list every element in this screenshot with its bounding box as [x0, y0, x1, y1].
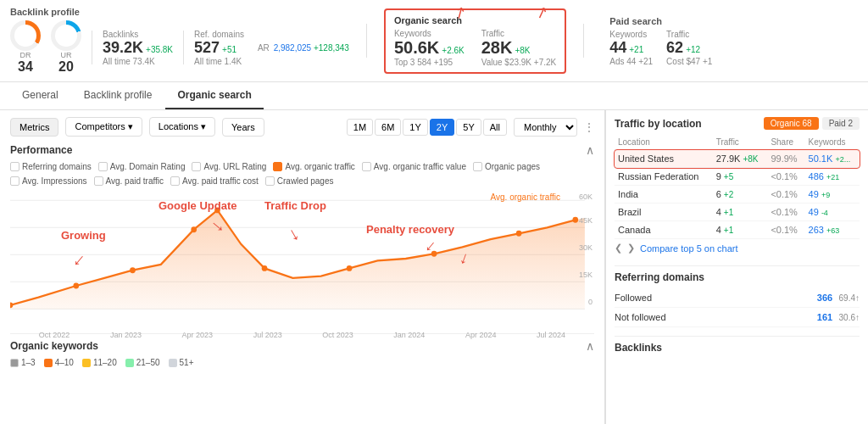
traffic-location-title: Traffic by location	[615, 118, 702, 130]
tl-tab-organic[interactable]: Organic 68	[764, 117, 819, 130]
kw-val: 49 -4	[805, 204, 860, 221]
kw-filter-1-3[interactable]: 1–3	[10, 358, 36, 367]
checkboxes-row1: Referring domains Avg. Domain Rating Avg…	[10, 162, 594, 171]
next-page-btn[interactable]: ❯	[627, 243, 635, 254]
share-val: <0.1%	[767, 186, 804, 204]
backlinks-change: +35.8K	[146, 45, 173, 54]
right-panel: Traffic by location Organic 68 Paid 2 Lo…	[605, 110, 868, 424]
cb-organic-pages[interactable]: Organic pages	[473, 162, 540, 171]
years-btn[interactable]: Years	[222, 118, 264, 137]
kw-dot-11-20	[82, 359, 91, 367]
cb-organic-traffic-box[interactable]	[273, 162, 282, 171]
dr-inner	[14, 25, 36, 47]
time-1y[interactable]: 1Y	[403, 119, 427, 136]
cb-paid-traffic[interactable]: Avg. paid traffic	[94, 176, 164, 186]
cb-organic-traffic-value[interactable]: Avg. organic traffic value	[362, 162, 466, 171]
kw-val: 486 +21	[805, 168, 860, 186]
organic-keywords-metric: Keywords 50.6K +2.6K Top 3 584 +195	[394, 29, 465, 67]
toolbar: Metrics Competitors ▾ Locations ▾ Years …	[10, 117, 594, 137]
location-table-row[interactable]: Russian Federation 9 +5 <0.1% 486 +21	[615, 168, 860, 186]
time-6m[interactable]: 6M	[375, 119, 401, 136]
competitors-btn[interactable]: Competitors ▾	[65, 117, 142, 137]
referring-domains-title: Referring domains	[615, 271, 860, 283]
country-name: India	[615, 186, 713, 204]
share-val: <0.1%	[767, 168, 804, 186]
backlinks-metric: Backlinks 39.2K +35.8K All time 73.4K	[103, 30, 173, 66]
kw-dot-51plus	[169, 359, 177, 367]
cb-organic-traffic-value-box[interactable]	[362, 162, 371, 171]
cb-impressions-box[interactable]	[10, 176, 19, 186]
metrics-btn[interactable]: Metrics	[10, 118, 58, 137]
country-name: Russian Federation	[615, 168, 713, 186]
location-table-row[interactable]: United States 27.9K +8K 99.9% 50.1K +2..…	[615, 150, 860, 168]
kw-filter-21-50[interactable]: 21–50	[125, 358, 160, 367]
time-1m[interactable]: 1M	[347, 119, 373, 136]
chart-point	[572, 217, 578, 223]
chart-area-fill	[10, 210, 585, 310]
dr-circle	[10, 20, 41, 51]
prev-page-btn[interactable]: ❮	[615, 243, 622, 254]
country-name: United States	[615, 150, 713, 168]
organic-keywords-collapse[interactable]: ∧	[586, 339, 594, 353]
kw-val: 263 +63	[805, 221, 860, 239]
cb-referring-domains-box[interactable]	[10, 162, 19, 171]
chart-point	[262, 265, 268, 271]
ref-label: Followed	[615, 293, 652, 303]
y-label-60k: 60K	[579, 192, 593, 201]
cb-impressions[interactable]: Avg. Impressions	[10, 176, 87, 186]
paid-traffic-change: +12	[686, 45, 700, 54]
cb-crawled-pages[interactable]: Crawled pages	[265, 176, 334, 186]
tab-organic-search[interactable]: Organic search	[165, 82, 263, 109]
organic-keywords-label: Keywords	[394, 29, 465, 38]
location-table-row[interactable]: Canada 4 +1 <0.1% 263 +63	[615, 221, 860, 239]
paid-keywords-sub: Ads 44 +21	[609, 57, 653, 66]
cb-referring-domains[interactable]: Referring domains	[10, 162, 92, 171]
compare-link[interactable]: Compare top 5 on chart	[640, 243, 738, 254]
cb-domain-rating[interactable]: Avg. Domain Rating	[98, 162, 186, 171]
x-axis: Oct 2022 Jan 2023 Apr 2023 Jul 2023 Oct …	[10, 331, 594, 339]
location-table-row[interactable]: Brazil 4 +1 <0.1% 49 -4	[615, 204, 860, 221]
collapse-btn[interactable]: ∧	[586, 143, 594, 157]
kw-dot-4-10	[44, 359, 53, 367]
chart-point	[347, 265, 353, 271]
kw-filter-11-20[interactable]: 11–20	[82, 358, 117, 367]
col-location: Location	[615, 135, 713, 150]
ref-domains-label: Ref. domains	[194, 30, 244, 39]
tl-tab-paid[interactable]: Paid 2	[822, 117, 860, 130]
tab-backlink-profile[interactable]: Backlink profile	[72, 82, 164, 109]
annotation-google-update: Google Update	[159, 199, 236, 212]
cb-paid-traffic-cost-box[interactable]	[170, 176, 180, 186]
cb-organic-pages-box[interactable]	[473, 162, 482, 171]
country-name: Brazil	[615, 204, 713, 221]
locations-btn[interactable]: Locations ▾	[149, 117, 215, 137]
cb-url-rating[interactable]: Avg. URL Rating	[192, 162, 266, 171]
ref-pct: 69.4↑	[839, 293, 860, 303]
paid-traffic-label: Traffic	[666, 30, 712, 39]
cb-paid-traffic-cost[interactable]: Avg. paid traffic cost	[170, 176, 259, 186]
cb-crawled-pages-box[interactable]	[265, 176, 275, 186]
cb-domain-rating-box[interactable]	[98, 162, 108, 171]
interval-select[interactable]: Monthly Weekly Daily	[514, 118, 577, 137]
ur-circle	[51, 20, 81, 51]
nav-chart-buttons: ❮ ❯ Compare top 5 on chart	[615, 239, 860, 257]
location-table-row[interactable]: India 6 +2 <0.1% 49 +9	[615, 186, 860, 204]
time-5y[interactable]: 5Y	[456, 119, 481, 136]
paid-keywords-value: 44	[609, 39, 626, 57]
cb-url-rating-box[interactable]	[192, 162, 201, 171]
cb-paid-traffic-box[interactable]	[94, 176, 103, 186]
backlink-profile-section: Backlink profile DR 34 UR 20 Backlinks	[10, 7, 349, 75]
chart-point	[130, 267, 136, 273]
time-2y[interactable]: 2Y	[430, 119, 454, 136]
kw-filter-4-10[interactable]: 4–10	[44, 358, 74, 367]
paid-keywords-change: +21	[629, 45, 643, 54]
paid-search-title: Paid search	[609, 16, 712, 26]
time-all[interactable]: All	[483, 119, 507, 136]
y-label-45k: 45K	[579, 216, 593, 225]
chart-point	[431, 251, 437, 257]
y-label-15k: 15K	[579, 271, 593, 279]
cb-organic-traffic[interactable]: Avg. organic traffic	[273, 162, 354, 171]
kw-filter-51plus[interactable]: 51+	[169, 358, 194, 367]
tab-general[interactable]: General	[10, 82, 70, 109]
organic-keywords-header: Organic keywords ∧	[10, 339, 594, 353]
more-options-icon[interactable]: ⋮	[584, 121, 594, 133]
